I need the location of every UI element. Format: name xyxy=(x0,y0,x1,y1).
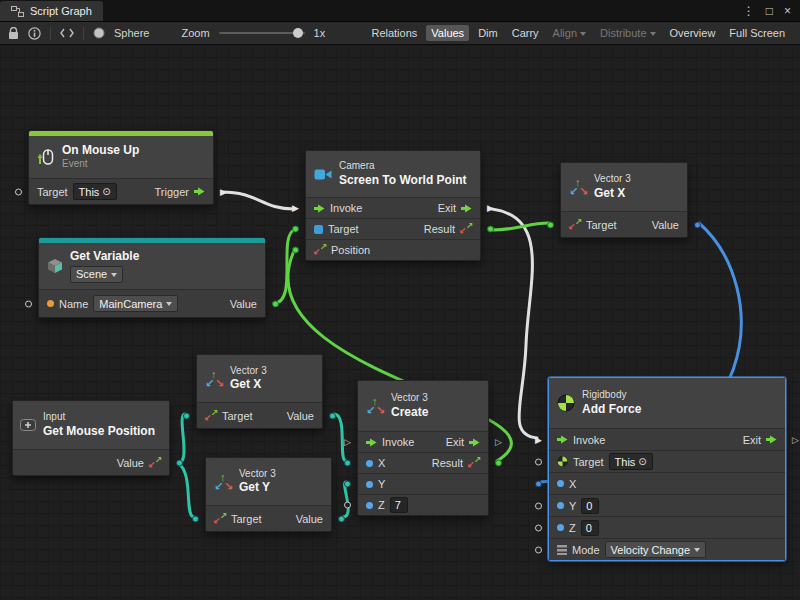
exit-output-port[interactable]: ▷ xyxy=(792,435,799,444)
event-input-port[interactable] xyxy=(15,188,22,195)
node-header: Get Variable Scene xyxy=(39,243,265,289)
button-label: Full Screen xyxy=(729,27,785,39)
y-input-port[interactable] xyxy=(344,481,351,488)
node-on-mouse-up[interactable]: On Mouse Up Event Target This ⊙ Trigger … xyxy=(28,130,214,205)
target-input-port[interactable] xyxy=(535,458,542,465)
value-output-port[interactable] xyxy=(338,515,345,522)
z-input-port[interactable] xyxy=(344,502,351,509)
y-input-port[interactable] xyxy=(535,502,542,509)
button-label: Overview xyxy=(670,27,716,39)
full-screen-button[interactable]: Full Screen xyxy=(724,25,790,41)
value-output-port[interactable] xyxy=(694,221,701,228)
input-device-icon xyxy=(20,419,36,431)
zoom-label: Zoom xyxy=(181,27,209,39)
code-view-icon[interactable] xyxy=(60,28,74,38)
invoke-input-port[interactable]: ▶ xyxy=(535,435,542,444)
graph-canvas[interactable]: On Mouse Up Event Target This ⊙ Trigger … xyxy=(0,45,800,600)
maximize-icon[interactable]: □ xyxy=(766,5,773,17)
z-value-field[interactable]: 0 xyxy=(581,520,599,536)
window-titlebar: Script Graph ⋮ □ × xyxy=(0,0,800,21)
variable-name-dropdown[interactable]: MainCamera xyxy=(93,295,178,312)
result-output-port[interactable] xyxy=(495,460,502,467)
node-vector3-create[interactable]: ↑↙↘ Vector 3 Create ▷ Invoke Exit ▷ X Re… xyxy=(357,380,489,516)
node-get-mouse-position[interactable]: Input Get Mouse Position Value ↗↙ xyxy=(12,400,170,476)
node-vector3-get-y[interactable]: ↑↙↘ Vector 3 Get Y ↗↙ Target Value xyxy=(205,457,332,532)
port-row-z: Z 7 xyxy=(358,494,488,515)
target-input-port[interactable] xyxy=(547,221,554,228)
value-output-port[interactable] xyxy=(272,300,279,307)
invoke-input-port[interactable]: ▶ xyxy=(292,204,299,213)
port-row-mode: Mode Velocity Change xyxy=(549,538,785,560)
align-button[interactable]: Align xyxy=(548,25,591,41)
relations-button[interactable]: Relations xyxy=(366,25,422,41)
node-vector3-get-x-mid[interactable]: ↑↙↘ Vector 3 Get X ↗↙ Target Value xyxy=(196,354,323,429)
info-icon[interactable] xyxy=(28,27,41,40)
variable-scope-dropdown[interactable]: Scene xyxy=(70,266,123,283)
zoom-value: 1x xyxy=(314,27,326,39)
string-port-icon xyxy=(47,300,54,307)
node-screen-to-world-point[interactable]: Camera Screen To World Point ▶ Invoke Ex… xyxy=(305,150,481,261)
x-input-port[interactable] xyxy=(535,480,542,487)
variable-cube-icon xyxy=(47,258,63,274)
carry-button[interactable]: Carry xyxy=(507,25,544,41)
values-button[interactable]: Values xyxy=(426,25,469,41)
node-header: ↑↙↘ Vector 3 Get Y xyxy=(206,458,331,505)
close-icon[interactable]: × xyxy=(784,5,791,17)
flow-arrow-icon xyxy=(314,204,325,213)
z-input-port[interactable] xyxy=(535,524,542,531)
tab-title: Script Graph xyxy=(30,5,92,17)
camera-icon xyxy=(314,168,332,181)
node-vector3-get-x-top[interactable]: ↑↙↘ Vector 3 Get X ↗↙ Target Value xyxy=(560,162,688,238)
port-label-z: Z xyxy=(378,499,385,511)
target-input-port[interactable] xyxy=(292,226,299,233)
node-title: Add Force xyxy=(582,402,641,417)
exit-output-port[interactable]: ▷ xyxy=(495,438,502,447)
force-mode-dropdown[interactable]: Velocity Change xyxy=(605,541,707,558)
node-title: On Mouse Up xyxy=(62,143,139,158)
result-output-port[interactable] xyxy=(487,226,494,233)
mode-input-port[interactable] xyxy=(535,546,542,553)
tab-script-graph[interactable]: Script Graph xyxy=(0,1,103,21)
invoke-input-port[interactable]: ▷ xyxy=(344,438,351,447)
zoom-slider-handle[interactable] xyxy=(293,28,303,38)
trigger-output-port[interactable]: ▶ xyxy=(220,187,227,196)
target-this-chip[interactable]: This ⊙ xyxy=(609,453,653,470)
node-header: Camera Screen To World Point xyxy=(306,151,480,197)
vector3-port-icon: ↗↙ xyxy=(460,223,472,235)
more-menu-icon[interactable]: ⋮ xyxy=(743,5,755,17)
target-input-port[interactable] xyxy=(183,412,190,419)
target-input-port[interactable] xyxy=(192,515,199,522)
port-label-exit: Exit xyxy=(743,434,761,446)
object-picker-icon: ⊙ xyxy=(102,186,110,197)
target-this-chip[interactable]: This ⊙ xyxy=(73,183,117,200)
position-input-port[interactable] xyxy=(292,247,299,254)
node-get-variable[interactable]: Get Variable Scene Name MainCamera Value xyxy=(38,237,266,318)
rigidbody-type-icon xyxy=(557,456,568,467)
float-port-icon xyxy=(366,460,373,467)
value-output-port[interactable] xyxy=(329,412,336,419)
node-header: ↑↙↘ Vector 3 Create xyxy=(358,381,488,431)
wire-mouse-to-gety xyxy=(178,463,194,517)
lock-icon[interactable] xyxy=(8,27,19,40)
button-label: Distribute xyxy=(600,27,646,39)
zoom-slider[interactable] xyxy=(219,32,305,34)
port-row-invoke: ▶ Invoke Exit ▷ xyxy=(549,428,785,450)
port-label-target: Target xyxy=(573,456,604,468)
dim-button[interactable]: Dim xyxy=(473,25,503,41)
port-label-target: Target xyxy=(328,223,359,235)
overview-button[interactable]: Overview xyxy=(665,25,721,41)
node-add-force[interactable]: Rigidbody Add Force ▶ Invoke Exit ▷ Targ… xyxy=(548,377,786,561)
port-label-exit: Exit xyxy=(438,202,456,214)
value-output-port[interactable] xyxy=(176,459,183,466)
distribute-button[interactable]: Distribute xyxy=(595,25,660,41)
port-row: ↗↙ Target Value xyxy=(206,505,331,531)
node-title: Screen To World Point xyxy=(339,173,467,188)
node-title: Get Variable xyxy=(70,249,139,264)
vector3-port-icon: ↗↙ xyxy=(214,513,226,525)
y-value-field[interactable]: 0 xyxy=(581,498,599,514)
z-value-field[interactable]: 7 xyxy=(390,497,408,513)
name-input-port[interactable] xyxy=(25,300,32,307)
vector3-port-icon: ↗↙ xyxy=(149,457,161,469)
exit-output-port[interactable]: ▶ xyxy=(487,204,494,213)
x-input-port[interactable] xyxy=(344,460,351,467)
